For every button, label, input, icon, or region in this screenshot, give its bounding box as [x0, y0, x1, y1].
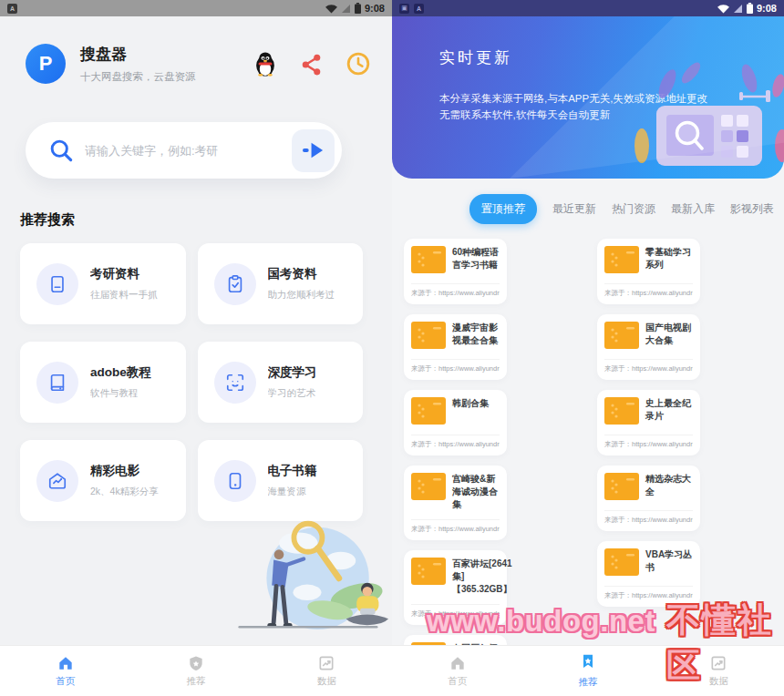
- card-subtitle: 学习的艺术: [268, 387, 317, 400]
- nav-item-recommend[interactable]: 推荐: [130, 646, 261, 696]
- recommend-card-adobe[interactable]: adobe教程 软件与教程: [20, 342, 186, 423]
- chart-icon: [709, 654, 727, 672]
- home-icon: [449, 654, 467, 672]
- search-input[interactable]: [85, 144, 292, 158]
- nav-label: 数据: [709, 675, 728, 688]
- resource-card[interactable]: 精选杂志大全 来源于：https://www.aliyundrive.com: [597, 466, 700, 531]
- resource-card[interactable]: 60种编程语言学习书籍 来源于：https://www.aliyundrive.…: [404, 239, 507, 304]
- resource-source: 来源于：https://www.aliyundrive.com: [411, 604, 500, 620]
- tab-newest[interactable]: 最新入库: [671, 201, 715, 217]
- nav-item-home[interactable]: 首页: [392, 646, 522, 696]
- banner-description: 本分享采集来源于网络,与本APP无关,失效或资源地址更改无需联系本软件,软件每天…: [439, 91, 715, 124]
- resource-title: 韩剧合集: [452, 397, 489, 426]
- resource-thumbnail: [604, 246, 639, 273]
- signal-icon: [733, 4, 743, 14]
- resource-thumbnail: [604, 322, 639, 349]
- resource-title: 漫威宇宙影视最全合集: [452, 322, 500, 351]
- card-subtitle: 助力您顺利考过: [268, 289, 335, 302]
- nav-label: 数据: [317, 675, 336, 688]
- resource-source: 来源于：https://www.aliyundrive.com: [411, 519, 500, 536]
- resource-source: 来源于：https://www.aliyundrive.com: [411, 359, 500, 375]
- resource-source: 来源于：https://www.aliyundrive.com: [604, 510, 693, 527]
- face-scan-icon: [214, 362, 256, 404]
- resource-tabs: 置顶推荐 最近更新 热门资源 最新入库 影视列表: [469, 194, 774, 224]
- card-title: 电子书籍: [268, 463, 317, 479]
- recommend-card-deeplearning[interactable]: 深度学习 学习的艺术: [198, 342, 364, 423]
- recommend-card-guokao[interactable]: 国考资料 助力您顺利考过: [198, 243, 364, 324]
- recommend-card-kaoyan[interactable]: 考研资料 往届资料一手抓: [20, 243, 186, 324]
- source-url: https://www.aliyundrive.com: [438, 289, 500, 297]
- resource-title: 60种编程语言学习书籍: [452, 246, 500, 275]
- wifi-icon: [717, 4, 729, 14]
- recommend-card-movies[interactable]: 精彩电影 2k、4k精彩分享: [20, 440, 186, 521]
- source-prefix: 来源于：: [604, 440, 632, 448]
- card-title: 国考资料: [268, 266, 335, 282]
- share-icon[interactable]: [299, 52, 324, 77]
- card-subtitle: 往届资料一手抓: [90, 289, 158, 302]
- left-phone-screen: A 9:08 P 搜盘器 十大网盘搜索，云盘资源: [0, 0, 392, 696]
- right-status-bar: ▣ A 9:08: [392, 0, 784, 16]
- resource-card[interactable]: VBA学习丛书 来源于：https://www.aliyundrive.com: [597, 541, 700, 607]
- status-time: 9:08: [365, 3, 385, 14]
- notification-app-icon: A: [7, 4, 17, 14]
- source-url: https://www.aliyundrive.com: [438, 525, 500, 533]
- right-bottom-nav: 首页 推荐 数据: [392, 645, 784, 696]
- source-prefix: 来源于：: [411, 440, 438, 448]
- app-logo: P: [26, 44, 66, 84]
- resource-card[interactable]: 百家讲坛[2641集]【365.32GB】 来源于：https://www.al…: [404, 550, 507, 625]
- resource-thumbnail: [411, 473, 446, 500]
- resource-card[interactable]: 史上最全纪录片 来源于：https://www.aliyundrive.com: [597, 390, 700, 455]
- search-go-button[interactable]: [292, 129, 335, 172]
- nav-item-data[interactable]: 数据: [654, 646, 784, 696]
- left-bottom-nav: 首页 推荐 数据: [0, 645, 392, 696]
- nav-item-home[interactable]: 首页: [0, 646, 130, 696]
- arrow-right-icon: [302, 140, 325, 160]
- shield-icon: [187, 654, 205, 672]
- resource-thumbnail: [604, 397, 639, 425]
- battery-icon: [747, 3, 753, 14]
- left-status-bar: A 9:08: [0, 0, 392, 16]
- resource-thumbnail: [411, 322, 446, 349]
- resource-source: 来源于：https://www.aliyundrive.com: [604, 435, 693, 451]
- resource-title: VBA学习丛书: [645, 548, 693, 578]
- source-prefix: 来源于：: [411, 609, 438, 618]
- card-subtitle: 软件与教程: [90, 387, 151, 400]
- tab-pinned[interactable]: 置顶推荐: [469, 194, 537, 224]
- notification-app-icon: A: [414, 4, 424, 14]
- app-header: P 搜盘器 十大网盘搜索，云盘资源: [26, 36, 370, 91]
- nav-item-data[interactable]: 数据: [262, 646, 392, 696]
- resource-card[interactable]: 韩剧合集 来源于：https://www.aliyundrive.com: [404, 390, 507, 455]
- resource-card[interactable]: 国产电视剧大合集 来源于：https://www.aliyundrive.com: [597, 314, 700, 380]
- signal-icon: [341, 4, 351, 14]
- tab-recent[interactable]: 最近更新: [552, 201, 596, 217]
- resource-title: 宫崎骏&新海诚动漫合集: [452, 473, 500, 511]
- resource-title: 百家讲坛[2641集]【365.32GB】: [452, 558, 512, 596]
- resource-column-left: 60种编程语言学习书籍 来源于：https://www.aliyundrive.…: [404, 239, 507, 696]
- resource-card[interactable]: 宫崎骏&新海诚动漫合集 来源于：https://www.aliyundrive.…: [404, 466, 507, 540]
- qq-icon[interactable]: [253, 52, 277, 77]
- app-subtitle: 十大网盘搜索，云盘资源: [80, 70, 196, 84]
- search-icon: [49, 138, 74, 163]
- nav-item-recommend[interactable]: 推荐: [522, 646, 653, 696]
- card-title: adobe教程: [90, 364, 151, 381]
- tab-hot[interactable]: 热门资源: [612, 201, 655, 217]
- recommend-grid: 考研资料 往届资料一手抓 国考资料 助力您顺利考过 adobe教程: [20, 243, 363, 521]
- source-url: https://www.aliyundrive.com: [632, 364, 693, 373]
- resource-title: 零基础学习系列: [645, 246, 693, 275]
- wifi-icon: [325, 4, 337, 14]
- notification-app-icon: ▣: [399, 4, 409, 14]
- trend-house-icon: [36, 460, 78, 502]
- resource-card[interactable]: 零基础学习系列 来源于：https://www.aliyundrive.com: [597, 239, 700, 304]
- source-url: https://www.aliyundrive.com: [632, 516, 693, 524]
- card-title: 深度学习: [268, 364, 317, 381]
- tab-movies[interactable]: 影视列表: [730, 201, 774, 217]
- resource-card[interactable]: 漫威宇宙影视最全合集 来源于：https://www.aliyundrive.c…: [404, 314, 507, 380]
- nav-label: 推荐: [578, 676, 597, 689]
- source-prefix: 来源于：: [411, 289, 438, 297]
- resource-thumbnail: [411, 558, 446, 585]
- resource-title: 国产电视剧大合集: [645, 322, 693, 351]
- resource-source: 来源于：https://www.aliyundrive.com: [411, 283, 500, 300]
- clock-icon[interactable]: [346, 52, 370, 77]
- card-subtitle: 海量资源: [268, 486, 317, 498]
- nav-label: 首页: [448, 675, 467, 688]
